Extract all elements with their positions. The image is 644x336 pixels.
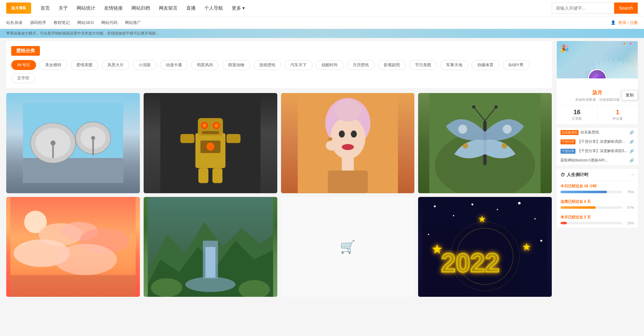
robot-svg [144, 93, 277, 193]
articles-label: 文章数 [557, 116, 597, 121]
avatar-wrap [588, 69, 607, 78]
sidebar: 🎉 柒月 有钱终成眷属，没钱亲眼目睹 16 文章数 [557, 41, 638, 297]
auth-area[interactable]: 👤 登录 / 注册 [611, 20, 638, 26]
svg-point-29 [342, 144, 354, 150]
comments-count: 1 [598, 109, 638, 116]
sec-nav-promotion[interactable]: 网站推广 [125, 20, 141, 26]
nav-personal[interactable]: 个人导航 [204, 5, 223, 11]
main-nav: 首页 关于 网站统计 友情链接 网站归档 网友留言 直播 个人导航 更多 ▾ [41, 5, 552, 11]
secondary-navigation: 站长杂谈 源码程序 教程笔记 网站SEO 网站代码 网站推广 👤 登录 / 注册 [0, 16, 644, 29]
link-item-goods1[interactable]: 千货分享 【千货分享】深度解析高防... 🔗 [557, 137, 638, 147]
dot-orange [623, 43, 625, 44]
nav-about[interactable]: 关于 [59, 5, 68, 11]
image-card-stars[interactable]: ★ ★ ★ 2022 2022 [418, 197, 552, 297]
tag-anime[interactable]: 动漫卡通 [160, 60, 188, 70]
nav-stats[interactable]: 网站统计 [77, 5, 95, 11]
tag-holiday[interactable]: 节日美图 [409, 60, 437, 70]
svg-point-65 [471, 203, 473, 205]
svg-point-15 [202, 124, 206, 128]
tag-text[interactable]: 文字控 [11, 73, 35, 83]
svg-point-52 [54, 244, 117, 275]
nav-live[interactable]: 直播 [186, 5, 196, 11]
sec-nav-code[interactable]: 网站代码 [101, 20, 117, 26]
svg-text:★: ★ [479, 215, 486, 223]
avatar-gem [593, 74, 602, 78]
tag-fashion[interactable]: 炫酷时尚 [316, 60, 344, 70]
svg-point-40 [502, 143, 507, 149]
tag-game[interactable]: 游戏壁纸 [253, 60, 281, 70]
svg-point-5 [50, 141, 55, 146]
tag-military[interactable]: 军事天地 [440, 60, 468, 70]
site-logo[interactable]: 染月博客 [6, 2, 31, 14]
tag-love[interactable]: 爱情美图 [70, 60, 98, 70]
tag-film[interactable]: 影视剧照 [378, 60, 406, 70]
search-area: Search [552, 2, 638, 14]
image-card-empty[interactable]: 🛒 [281, 197, 415, 297]
svg-point-32 [334, 100, 362, 122]
svg-point-28 [351, 131, 357, 138]
countdown-card: ⏱ 人生倒计时 − 今日已经过去 18 小时 75% [557, 169, 638, 228]
nav-friends[interactable]: 友情链接 [104, 5, 123, 11]
tag-sports[interactable]: 劲爆体育 [471, 60, 499, 70]
image-card-butterfly[interactable] [418, 93, 552, 193]
search-input[interactable] [552, 2, 614, 14]
countdown-month-pct: 10% [625, 221, 634, 225]
svg-point-41 [463, 143, 468, 149]
svg-point-45 [494, 105, 498, 109]
tag-beauty[interactable]: 美女模特 [39, 60, 67, 70]
nav-home[interactable]: 首页 [41, 5, 50, 11]
satellite-svg [20, 103, 126, 183]
user-icon: 👤 [611, 20, 616, 25]
main-wrapper: 壁纸分类 4K专区 美女模特 爱情美图 风景大片 小清新 动漫卡通 明星风尚 萌… [0, 38, 644, 300]
tag-pets[interactable]: 萌宠动物 [222, 60, 250, 70]
search-button[interactable]: Search [614, 2, 638, 14]
svg-rect-58 [205, 247, 215, 278]
link-arrow-favicon: 🔗 [629, 158, 634, 163]
nav-archive[interactable]: 网站归档 [131, 5, 150, 11]
link-item-wallpaper[interactable]: 自采集壁纸 自采集壁纸 🔗 [557, 128, 638, 137]
svg-point-59 [185, 277, 236, 292]
tag-baby[interactable]: BABY秀 [503, 60, 529, 70]
tag-car[interactable]: 汽车天下 [284, 60, 312, 70]
nav-guestbook[interactable]: 网友留言 [159, 5, 178, 11]
countdown-title-text: 人生倒计时 [567, 172, 589, 178]
sec-nav-tutorial[interactable]: 教程笔记 [54, 20, 70, 26]
articles-count: 16 [557, 109, 597, 116]
link-arrow-goods1: 🔗 [629, 140, 634, 144]
image-card-satellite[interactable] [6, 93, 140, 193]
tag-fresh[interactable]: 小清新 [133, 60, 157, 70]
countdown-month-bar-wrap: 10% [561, 221, 634, 225]
svg-point-44 [472, 105, 476, 109]
image-card-robot[interactable] [144, 93, 277, 193]
countdown-month: 本月已经过去 3 天 10% [557, 212, 638, 228]
image-card-woman[interactable] [281, 93, 415, 193]
image-card-sunset[interactable] [6, 197, 140, 297]
link-item-favicon[interactable]: 获取网站favicon小图标API... 🔗 [557, 156, 638, 165]
tag-scenery[interactable]: 风景大片 [102, 60, 130, 70]
woman-svg [281, 93, 415, 193]
nav-more[interactable]: 更多 ▾ [232, 5, 245, 11]
countdown-month-label: 本月已经过去 3 天 [561, 215, 634, 220]
image-card-waterfall[interactable] [144, 197, 277, 297]
auth-text[interactable]: 登录 / 注册 [618, 20, 638, 26]
sunset-svg [6, 197, 140, 297]
tag-4k[interactable]: 4K专区 [11, 60, 36, 70]
sec-nav-seo[interactable]: 网站SEO [77, 20, 94, 26]
svg-point-27 [339, 131, 345, 138]
sec-nav-source[interactable]: 源码程序 [30, 20, 46, 26]
decoration-icon: 🎉 [560, 44, 569, 53]
profile-background: 🎉 [557, 41, 638, 78]
svg-rect-18 [180, 134, 194, 143]
countdown-minus[interactable]: − [631, 172, 634, 178]
svg-rect-31 [328, 170, 368, 193]
svg-rect-17 [202, 131, 219, 134]
category-section: 壁纸分类 4K专区 美女模特 爱情美图 风景大片 小清新 动漫卡通 明星风尚 萌… [6, 41, 552, 88]
svg-rect-21 [212, 168, 222, 183]
svg-point-38 [503, 125, 512, 134]
sec-nav-webmaster[interactable]: 站长杂谈 [6, 20, 22, 26]
copy-tooltip: 复制 [622, 90, 638, 100]
countdown-week-fill [561, 206, 596, 209]
tag-calendar[interactable]: 月历壁纸 [347, 60, 375, 70]
tag-celeb[interactable]: 明星风尚 [191, 60, 219, 70]
link-item-goods2[interactable]: 千货分享 【千货分享】深度解析高防5... 🔗 [557, 147, 638, 156]
